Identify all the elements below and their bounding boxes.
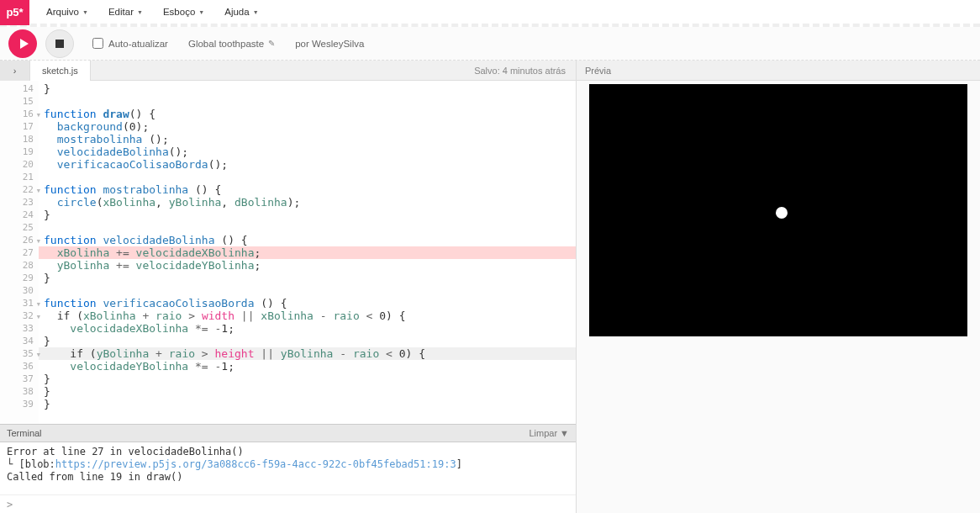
gutter-line: 29 — [0, 272, 39, 284]
terminal-header: Terminal Limpar▼ — [0, 424, 576, 442]
preview-header: Prévia — [577, 61, 980, 81]
gutter-line: 25 — [0, 221, 39, 234]
code-editor[interactable]: 141516▼171819202122▼23242526▼2728293031▼… — [0, 81, 576, 424]
code-line[interactable]: function draw() { — [39, 108, 576, 120]
stop-button[interactable] — [45, 29, 74, 58]
terminal-title: Terminal — [7, 428, 42, 438]
chevron-down-icon: ▼ — [198, 9, 204, 15]
gutter-line: 16▼ — [0, 108, 39, 120]
clear-button[interactable]: Limpar▼ — [529, 428, 569, 438]
gutter-line: 31▼ — [0, 297, 39, 309]
menu-ajuda[interactable]: Ajuda▼ — [214, 7, 268, 17]
code-body[interactable]: } function draw() { background(0); mostr… — [39, 81, 576, 424]
ball-shape — [776, 207, 788, 219]
preview-body — [577, 81, 980, 513]
gutter-line: 23 — [0, 196, 39, 209]
auto-refresh-toggle[interactable]: Auto-atualizar — [92, 38, 168, 49]
gutter-line: 18 — [0, 133, 39, 145]
gutter-line: 15 — [0, 95, 39, 108]
chevron-down-icon: ▼ — [253, 9, 259, 15]
gutter-line: 35▼ — [0, 347, 39, 360]
code-line[interactable]: velocidadeYBolinha *= -1; — [39, 360, 576, 373]
main-menu: Arquivo▼ Editar▼ Esboço▼ Ajuda▼ — [36, 7, 269, 17]
terminal-output[interactable]: Error at line 27 in velocidadeBolinha() … — [0, 442, 576, 494]
code-line[interactable]: function velocidadeBolinha () { — [39, 234, 576, 246]
save-status: Salvo: 4 minutos atrás — [474, 66, 576, 76]
gutter-line: 32▼ — [0, 309, 39, 322]
code-line[interactable]: velocidadeBolinha(); — [39, 145, 576, 158]
toolbar: Auto-atualizar Global toothpaste ✎ por W… — [0, 27, 980, 61]
code-line[interactable]: } — [39, 82, 576, 95]
terminal-line: Called from line 19 in draw() — [7, 471, 569, 484]
gutter-line: 30 — [0, 284, 39, 297]
tab-sketch[interactable]: sketch.js — [30, 61, 91, 81]
code-line[interactable]: function verificacaoColisaoBorda () { — [39, 297, 576, 309]
terminal-line: └ [blob:https://preview.p5js.org/3a088cc… — [7, 458, 569, 471]
file-tabs: › sketch.js Salvo: 4 minutos atrás — [0, 61, 576, 81]
terminal-line: Error at line 27 in velocidadeBolinha() — [7, 446, 569, 458]
code-line-active[interactable]: if (yBolinha + raio > height || yBolinha… — [39, 347, 576, 360]
gutter-line: 38 — [0, 385, 39, 398]
chevron-down-icon: ▼ — [82, 9, 88, 15]
sketch-name[interactable]: Global toothpaste ✎ — [188, 39, 275, 49]
code-line[interactable]: verificacaoColisaoBorda(); — [39, 158, 576, 171]
editor-panel: › sketch.js Salvo: 4 minutos atrás 14151… — [0, 61, 577, 513]
gutter-line: 21 — [0, 171, 39, 183]
code-line[interactable]: } — [39, 385, 576, 398]
edit-icon: ✎ — [268, 39, 275, 48]
gutter-line: 34 — [0, 335, 39, 347]
top-menu-bar: p5* Arquivo▼ Editar▼ Esboço▼ Ajuda▼ — [0, 0, 980, 27]
gutter-line: 22▼ — [0, 183, 39, 196]
code-line[interactable]: } — [39, 272, 576, 284]
main-area: › sketch.js Salvo: 4 minutos atrás 14151… — [0, 61, 980, 513]
code-line[interactable]: } — [39, 373, 576, 385]
chevron-down-icon: ▼ — [137, 9, 143, 15]
preview-panel: Prévia — [577, 61, 980, 513]
terminal-input[interactable]: > — [0, 494, 576, 513]
p5-logo[interactable]: p5* — [0, 0, 29, 25]
chevron-right-icon: › — [13, 66, 17, 76]
gutter-line: 39 — [0, 398, 39, 410]
auto-refresh-label: Auto-atualizar — [108, 39, 168, 49]
gutter-line: 27 — [0, 246, 39, 259]
gutter-line: 17 — [0, 120, 39, 133]
gutter-line: 33 — [0, 322, 39, 335]
code-line[interactable]: function mostrabolinha () { — [39, 183, 576, 196]
gutter-line: 19 — [0, 145, 39, 158]
author-label: por WesleySilva — [295, 39, 364, 49]
chevron-down-icon: ▼ — [560, 428, 569, 438]
play-button[interactable] — [8, 29, 37, 58]
gutter-line: 36 — [0, 360, 39, 373]
menu-editar[interactable]: Editar▼ — [98, 7, 153, 17]
gutter-line: 28 — [0, 259, 39, 272]
sidebar-toggle[interactable]: › — [0, 61, 30, 81]
code-line[interactable]: velocidadeXBolinha *= -1; — [39, 322, 576, 335]
gutter-line: 24 — [0, 209, 39, 221]
gutter-line: 37 — [0, 373, 39, 385]
play-icon — [20, 39, 29, 49]
gutter-line: 20 — [0, 158, 39, 171]
code-line[interactable]: circle(xBolinha, yBolinha, dBolinha); — [39, 196, 576, 209]
gutter-line: 26▼ — [0, 234, 39, 246]
code-line[interactable]: } — [39, 398, 576, 410]
code-line[interactable]: } — [39, 335, 576, 347]
code-line[interactable]: } — [39, 209, 576, 221]
code-line[interactable] — [39, 171, 576, 183]
code-line[interactable] — [39, 284, 576, 297]
gutter-line: 14 — [0, 82, 39, 95]
stop-icon — [55, 40, 64, 48]
code-line[interactable]: if (xBolinha + raio > width || xBolinha … — [39, 309, 576, 322]
sketch-canvas[interactable] — [589, 84, 967, 336]
code-line[interactable]: yBolinha += velocidadeYBolinha; — [39, 259, 576, 272]
line-gutter: 141516▼171819202122▼23242526▼2728293031▼… — [0, 81, 39, 424]
auto-refresh-checkbox[interactable] — [92, 38, 103, 49]
code-line[interactable] — [39, 95, 576, 108]
menu-esboco[interactable]: Esboço▼ — [153, 7, 214, 17]
code-line[interactable]: mostrabolinha (); — [39, 133, 576, 145]
menu-arquivo[interactable]: Arquivo▼ — [36, 7, 98, 17]
code-line-error[interactable]: xBolinha += velocidadeXBolinha; — [39, 246, 576, 259]
code-line[interactable]: background(0); — [39, 120, 576, 133]
code-line[interactable] — [39, 221, 576, 234]
